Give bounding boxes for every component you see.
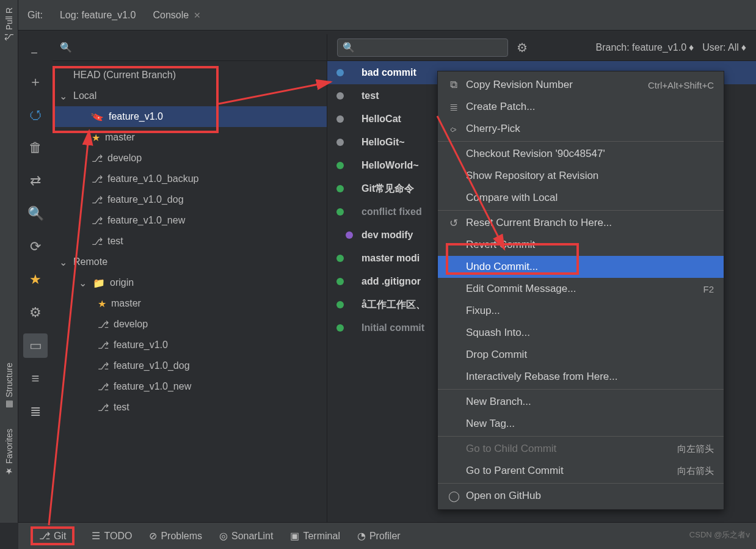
console-tab[interactable]: Console ✕ [153,10,201,21]
ctx-rebase[interactable]: Interactively Rebase from Here... [438,366,724,388]
branch-icon: ⎇ [98,340,109,351]
close-icon[interactable]: ✕ [194,10,201,20]
copy-icon: ⧉ [448,79,460,91]
structure-icon: ▦ [4,399,14,409]
collapse-button[interactable]: ≡ [23,366,48,391]
branch-item[interactable]: ⎇develop [53,148,327,169]
cherry-icon: ⪧ [448,123,460,135]
favorite-button[interactable]: ★ [23,267,48,292]
branch-icon: ⎇ [92,236,103,247]
bottom-problems[interactable]: ⊘Problems [149,530,202,542]
branch-name: master [111,298,141,309]
branch-item[interactable]: ★master [53,293,327,314]
branch-icon: ⎇ [98,319,109,330]
branch-name: feature_v1.0_new [114,381,191,392]
search-icon: 🔍 [343,42,355,53]
branch-name: develop [114,319,148,330]
ctx-edit-message[interactable]: Edit Commit Message...F2 [438,278,724,300]
ctx-squash[interactable]: Squash Into... [438,322,724,344]
branch-item[interactable]: ⎇feature_v1.0_backup [53,169,327,189]
bottom-todo[interactable]: ☰TODO [92,530,132,542]
commit-message: Git常见命令 [362,183,414,195]
ctx-new-branch[interactable]: New Branch... [438,391,724,413]
folder-icon: 📁 [93,277,105,289]
bottom-terminal[interactable]: ▣Terminal [290,530,340,542]
ctx-drop[interactable]: Drop Commit [438,344,724,366]
add-button[interactable]: ＋ [23,70,48,94]
branch-item[interactable]: ⎇feature_v1.0_dog [53,355,327,376]
log-tab[interactable]: Log: feature_v1.0 [60,10,136,21]
pull-requests-tab[interactable]: ⎇Pull R [4,4,14,46]
favorites-tab[interactable]: ★Favorites [4,425,14,480]
branch-item[interactable]: ⎇feature_v1.0 [53,335,327,355]
gauge-icon: ◔ [357,530,366,542]
bottom-sonar[interactable]: ◎SonarLint [219,530,274,542]
expand-button[interactable]: ≣ [23,399,48,424]
head-row[interactable]: HEAD (Current Branch) [53,65,327,85]
branch-item[interactable]: ⎇test [53,231,327,252]
branch-name: feature_v1.0_new [107,215,185,226]
branch-tree: HEAD (Current Branch) ⌄Local 🔖feature_v1… [53,61,327,418]
update-button[interactable]: ⭯ [23,103,48,127]
ctx-go-parent[interactable]: Go to Parent Commit向右箭头 [438,460,724,482]
branch-icon: ⎇ [92,153,103,164]
bottom-profiler[interactable]: ◔Profiler [357,530,401,542]
branch-icon: ⎇ [98,381,109,393]
search-button[interactable]: 🔍 [23,202,48,226]
commit-message: HelloGit~ [362,137,405,148]
gear-icon[interactable]: ⚙ [517,40,528,55]
branch-icon: ⎇ [39,530,50,542]
star-icon: ★ [92,132,100,144]
branch-name: feature_v1.0_dog [114,360,190,371]
ctx-copy-revision[interactable]: ⧉Copy Revision NumberCtrl+Alt+Shift+C [438,74,724,96]
ctx-new-tag[interactable]: New Tag... [438,413,724,435]
branch-name: feature_v1.0 [114,340,168,351]
ctx-show-repo[interactable]: Show Repository at Revision [438,165,724,187]
branch-item[interactable]: ★master [53,127,327,148]
ctx-create-patch[interactable]: ≣Create Patch... [438,96,724,118]
branch-name: master [105,132,135,143]
branch-panel: 🔍 HEAD (Current Branch) ⌄Local 🔖feature_… [53,34,327,522]
bottom-git[interactable]: ⎇Git [31,526,75,545]
warning-icon: ⊘ [149,530,157,542]
sonar-icon: ◎ [219,530,228,542]
structure-tab[interactable]: ▦Structure [4,359,14,413]
user-filter[interactable]: User: All♦ [702,42,746,53]
ctx-cherry-pick[interactable]: ⪧Cherry-Pick [438,118,724,140]
git-label: Git: [27,10,43,21]
branch-item[interactable]: ⎇test [53,397,327,418]
branch-item[interactable]: 🔖feature_v1.0 [53,106,327,127]
branch-item[interactable]: ⎇feature_v1.0_new [53,376,327,397]
settings-button[interactable]: ⚙ [23,300,48,325]
commit-message: add .gitignor [362,276,421,287]
commit-filter-bar: 🔍 ⚙ Branch: feature_v1.0♦ User: All♦ [327,34,756,61]
diff-button[interactable]: ⇄ [23,169,48,193]
origin-group[interactable]: ⌄📁origin [53,272,327,293]
ctx-revert[interactable]: Revert Commit [438,234,724,256]
local-group[interactable]: ⌄Local [53,85,327,106]
branch-search[interactable]: 🔍 [53,34,327,61]
branch-item[interactable]: ⎇develop [53,314,327,335]
ctx-open-github[interactable]: ◯Open on GitHub [438,485,724,507]
branch-name: test [114,402,129,413]
list-icon: ☰ [92,530,100,542]
commit-message: bad commit [362,67,416,78]
ctx-checkout[interactable]: Checkout Revision '90c48547' [438,143,724,165]
delete-button[interactable]: 🗑 [23,136,48,160]
ctx-fixup[interactable]: Fixup... [438,300,724,322]
branch-filter[interactable]: Branch: feature_v1.0♦ [596,42,694,53]
layout-button[interactable]: ▭ [23,333,48,358]
branch-item[interactable]: ⎇feature_v1.0_new [53,210,327,231]
remote-group[interactable]: ⌄Remote [53,252,327,272]
search-icon: 🔍 [60,42,72,53]
branch-icon: ⎇ [92,194,103,206]
ctx-undo-commit[interactable]: Undo Commit... [438,256,724,278]
commit-search[interactable]: 🔍 [337,38,508,57]
branch-item[interactable]: ⎇feature_v1.0_dog [53,189,327,210]
ctx-reset[interactable]: ↺Reset Current Branch to Here... [438,212,724,234]
ctx-compare[interactable]: Compare with Local [438,187,724,209]
star-icon: ★ [98,298,106,310]
commit-message: HelloCat [362,114,401,125]
refresh-button[interactable]: ⟳ [23,235,48,259]
branch-icon: ⎇ [98,402,109,413]
